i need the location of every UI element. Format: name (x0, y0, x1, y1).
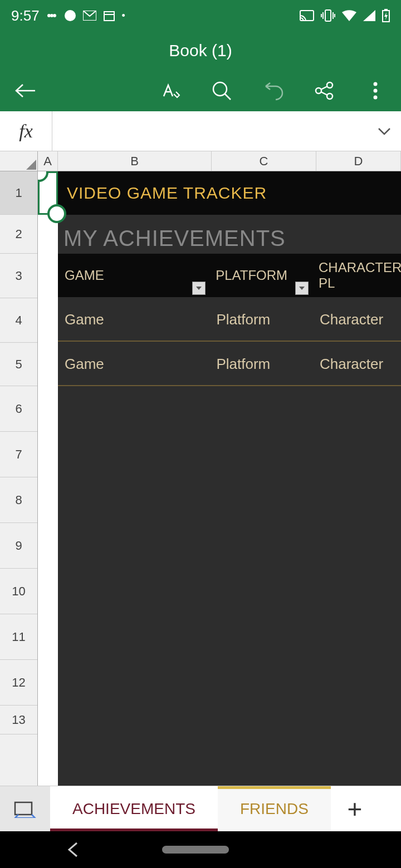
sheet-tabs-bar: ACHIEVEMENTS FRIENDS + (0, 786, 401, 831)
more-menu-button[interactable] (363, 78, 388, 103)
filter-button-game[interactable] (192, 282, 206, 295)
select-all-corner[interactable] (0, 151, 38, 171)
svg-rect-5 (104, 12, 114, 21)
cell-character[interactable]: Character (313, 356, 401, 373)
svg-rect-14 (384, 9, 388, 11)
svg-rect-8 (325, 10, 331, 21)
table-row[interactable]: Game Platform Character (58, 343, 401, 386)
app-icon-1 (46, 10, 57, 21)
cell-platform[interactable]: Platform (209, 356, 313, 373)
circle-icon (64, 9, 76, 22)
svg-point-18 (316, 88, 321, 93)
wifi-icon (342, 10, 356, 21)
status-bar: 9:57 • (0, 0, 401, 31)
nav-back-button[interactable] (67, 842, 79, 857)
row-header-11[interactable]: 11 (0, 614, 37, 660)
row-header-4[interactable]: 4 (0, 298, 37, 343)
share-button[interactable] (312, 78, 336, 103)
svg-line-20 (321, 86, 327, 90)
formula-bar: fx (0, 111, 401, 151)
table-header-character[interactable]: CHARACTER PL (312, 254, 401, 297)
android-nav-bar (0, 831, 401, 868)
row-header-2[interactable]: 2 (0, 215, 37, 254)
formula-input[interactable] (52, 111, 368, 151)
table-header-platform-label: PLATFORM (216, 268, 287, 283)
cell-game[interactable]: Game (58, 311, 209, 328)
svg-point-17 (327, 82, 332, 88)
spreadsheet-grid[interactable]: A B C D 1 2 3 4 5 6 7 8 9 10 11 12 13 (0, 151, 401, 786)
svg-rect-25 (15, 802, 32, 815)
svg-point-15 (213, 82, 227, 96)
filter-button-platform[interactable] (295, 282, 309, 295)
row-header-7[interactable]: 7 (0, 432, 37, 477)
search-button[interactable] (209, 78, 234, 103)
calendar-icon (103, 9, 115, 22)
row-header-1[interactable]: 1 (0, 171, 37, 215)
table-header-platform[interactable]: PLATFORM (209, 254, 312, 297)
row-header-6[interactable]: 6 (0, 386, 37, 432)
nav-home-pill[interactable] (162, 846, 229, 854)
row-header-10[interactable]: 10 (0, 569, 37, 614)
battery-charging-icon (382, 9, 390, 22)
signal-icon (363, 10, 375, 21)
undo-button[interactable] (261, 78, 285, 103)
svg-line-16 (225, 94, 231, 100)
back-button[interactable] (13, 78, 38, 103)
row-header-9[interactable]: 9 (0, 523, 37, 569)
row-header-13[interactable]: 13 (0, 706, 37, 734)
document-title: Book (1) (0, 31, 401, 70)
formula-expand-button[interactable] (368, 111, 401, 151)
fx-label: fx (0, 111, 52, 151)
column-header-A[interactable]: A (38, 151, 58, 171)
status-time: 9:57 (11, 7, 40, 24)
svg-point-23 (374, 89, 378, 93)
row-header-8[interactable]: 8 (0, 477, 37, 523)
svg-line-21 (321, 92, 327, 95)
column-header-D[interactable]: D (316, 151, 401, 171)
cell-platform[interactable]: Platform (209, 311, 313, 328)
cell-game[interactable]: Game (58, 356, 209, 373)
section-heading[interactable]: MY ACHIEVEMENTS (63, 226, 286, 251)
table-header-character-label: CHARACTER PL (319, 260, 401, 291)
column-header-B[interactable]: B (58, 151, 212, 171)
vibrate-icon (321, 9, 335, 22)
row-header-3[interactable]: 3 (0, 254, 37, 298)
svg-point-24 (374, 96, 378, 100)
row-header-12[interactable]: 12 (0, 660, 37, 706)
add-sheet-button[interactable]: + (331, 786, 379, 831)
table-header-game[interactable]: GAME (58, 254, 209, 297)
cell-character[interactable]: Character (313, 311, 401, 328)
sheets-toggle-button[interactable] (0, 786, 50, 831)
svg-point-3 (65, 10, 76, 21)
svg-point-19 (327, 93, 332, 99)
sheet-tab-achievements[interactable]: ACHIEVEMENTS (50, 786, 218, 831)
cast-icon (300, 10, 314, 21)
document-heading[interactable]: VIDEO GAME TRACKER (58, 171, 401, 215)
mail-icon (83, 11, 96, 21)
table-header-game-label: GAME (65, 268, 104, 283)
svg-point-2 (53, 14, 56, 17)
table-row[interactable]: Game Platform Character (58, 298, 401, 342)
dot-icon: • (122, 10, 125, 22)
sheet-tab-friends[interactable]: FRIENDS (218, 786, 331, 831)
format-button[interactable] (158, 78, 183, 103)
svg-point-22 (374, 82, 378, 86)
row-header-5[interactable]: 5 (0, 343, 37, 386)
column-header-C[interactable]: C (212, 151, 316, 171)
app-header: Book (1) (0, 31, 401, 111)
